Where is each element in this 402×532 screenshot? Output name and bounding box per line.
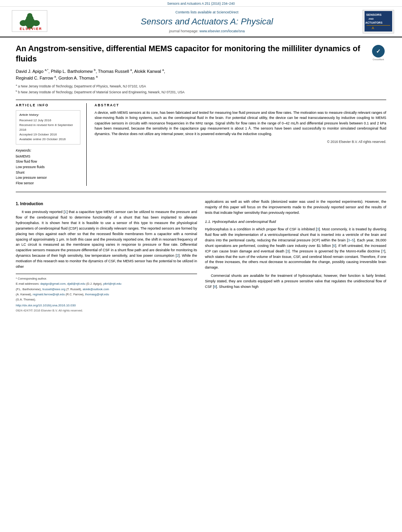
footnote-emails-2: (P.L. Bartholomew), trussell@ieee.org (T… [16,287,197,291]
journal-title: Sensors and Actuators A: Physical [59,17,355,27]
email-thomas[interactable]: thomasg@njit.edu [85,293,109,296]
history-online: Available online 20 October 2016 [19,137,77,142]
body-right-column: applications as well as with other fluid… [205,199,386,313]
hydrocephalus-para-2: Commercial shunts are available for the … [205,273,386,290]
copyright-line: © 2016 Elsevier B.V. All rights reserved… [95,140,386,144]
doi-line: http://dx.doi.org/10.1016/j.sna.2016.10.… [16,303,197,308]
crossmark-logo: ✓ CrossMark [370,43,386,61]
sensors-logo-text: SENSORS AND ACTUATORS A [365,11,392,32]
top-journal-line: Sensors and Actuators A 251 (2016) 234–2… [0,0,402,7]
keyword-1: bioMEMS [16,154,80,159]
hydrocephalus-heading: 1.1. Hydrocephalus and cerebrospinal flu… [205,219,386,225]
email-kanwal[interactable]: alokik@outlook.com [83,287,109,291]
homepage-url[interactable]: www.elsevier.com/locate/sna [199,29,245,33]
journal-homepage: journal homepage: www.elsevier.com/locat… [59,29,355,33]
authors-line: David J. Apigo a,*, Philip L. Bartholome… [16,68,386,81]
keyword-3: Low pressure fluids [16,165,80,170]
email-russell[interactable]: trussell@ieee.org [42,287,65,291]
homepage-label: journal homepage: [169,29,199,33]
email-bartholomew[interactable]: plb4@njit.edu [103,282,121,285]
article-title: An Angstrom-sensitive, differential MEMS… [16,43,365,64]
article-main: An Angstrom-sensitive, differential MEMS… [0,37,402,323]
email-label: E-mail addresses: [16,282,39,285]
article-history-box: Article history: Received 12 July 2016 R… [16,110,80,145]
footnote-thomas-end: (G.A. Thomas). [16,297,197,302]
svg-text:ELSEVIER: ELSEVIER [20,27,42,31]
introduction-para-1: It was previously reported [1] that a ca… [16,209,197,270]
svg-text:A: A [372,26,374,30]
history-title: Article history: [19,113,77,117]
hydrocephalus-para-1: Hydrocephalus is a condition in which pr… [205,227,386,271]
license-line: 0924-4247/© 2016 Elsevier B.V. All right… [16,308,197,313]
email-apigo-1[interactable]: dapigo@gmail.com [40,282,65,285]
svg-text:SENSORS: SENSORS [366,13,382,17]
journal-header: ELSEVIER Contents lists available at Sci… [0,7,402,37]
body-two-columns: 1. Introduction It was previously report… [16,195,386,317]
abstract-column: ABSTRACT A device, with MEMS sensors at … [95,103,386,186]
sciencedirect-link[interactable]: ScienceDirect [217,10,239,14]
svg-point-4 [20,20,27,26]
email-farrow[interactable]: reginald.farrow@njit.edu [33,293,65,296]
history-received: Received 12 July 2016 [19,118,77,123]
affiliation-a: a a New Jersey Institute of Technology, … [16,83,386,89]
keyword-5: Low pressure sensor [16,175,80,181]
intro-continuation: applications as well as with other fluid… [205,199,386,216]
elsevier-tree-image: ELSEVIER [12,10,47,32]
keywords-label: Keywords: [16,148,80,152]
affiliations: a a New Jersey Institute of Technology, … [16,83,386,95]
svg-point-5 [32,20,40,26]
header-center: Contents lists available at ScienceDirec… [51,10,363,33]
footnote-emails: E-mail addresses: dapigo@gmail.com, dja8… [16,282,197,286]
body-left-column: 1. Introduction It was previously report… [16,199,197,313]
svg-text:AND: AND [368,18,374,20]
divider-before-body [16,192,386,192]
article-title-area: An Angstrom-sensitive, differential MEMS… [16,43,386,64]
doi-link[interactable]: http://dx.doi.org/10.1016/j.sna.2016.10.… [16,304,76,307]
history-revised: Received in revised form 8 September 201… [19,123,77,132]
article-info-heading: ARTICLE INFO [16,103,80,107]
article-info-abstract: ARTICLE INFO Article history: Received 1… [16,103,386,186]
journal-volume-info: Sensors and Actuators A 251 (2016) 234–2… [167,2,235,6]
elsevier-logo: ELSEVIER [8,10,51,33]
email-apigo-2[interactable]: dja8@njit.edu [67,282,86,285]
affiliation-b: b b New Jersey Institute of Technology, … [16,89,386,95]
sensors-logo: SENSORS AND ACTUATORS A [363,10,394,33]
history-accepted: Accepted 19 October 2016 [19,132,77,137]
article-info-column: ARTICLE INFO Article history: Received 1… [16,103,87,186]
svg-rect-11 [367,25,390,26]
divider-after-affiliations [16,100,386,100]
crossmark-icon: ✓ [372,45,385,57]
affiliation-b-text: b New Jersey Institute of Technology, De… [18,90,185,94]
footnote-star: * Corresponding author. [16,276,197,281]
keyword-6: Flow sensor [16,181,80,186]
footnotes-area: * Corresponding author. E-mail addresses… [16,274,197,313]
page: Sensors and Actuators A 251 (2016) 234–2… [0,0,402,323]
abstract-heading: ABSTRACT [95,103,386,107]
keyword-2: Slow fluid flow [16,159,80,165]
abstract-text: A device, with MEMS sensors at its core,… [95,110,386,137]
crossmark-label: CrossMark [372,58,384,61]
sciencedirect-line: Contents lists available at ScienceDirec… [59,10,355,14]
introduction-heading: 1. Introduction [16,201,197,207]
svg-point-3 [27,13,32,18]
contents-label: Contents lists available at [175,10,216,14]
svg-text:ACTUATORS: ACTUATORS [365,21,383,24]
affiliation-a-text: a New Jersey Institute of Technology, De… [18,84,146,88]
footnote-emails-3: (A. Kanwal), reginald.farrow@njit.edu (R… [16,292,197,297]
keyword-4: Shunt [16,170,80,176]
